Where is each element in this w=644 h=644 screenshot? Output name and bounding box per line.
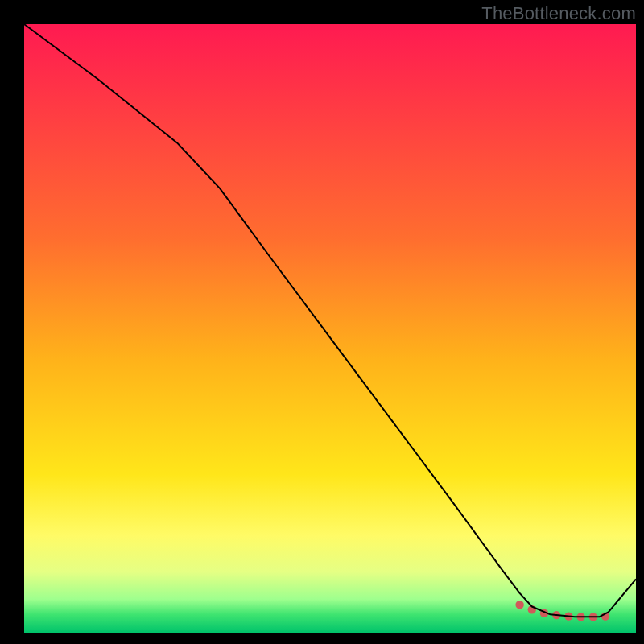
plot-background <box>24 24 636 633</box>
chart-canvas <box>0 0 644 644</box>
chart-frame: { "watermark": "TheBottleneck.com", "cha… <box>0 0 644 644</box>
marker-dot <box>515 601 523 609</box>
